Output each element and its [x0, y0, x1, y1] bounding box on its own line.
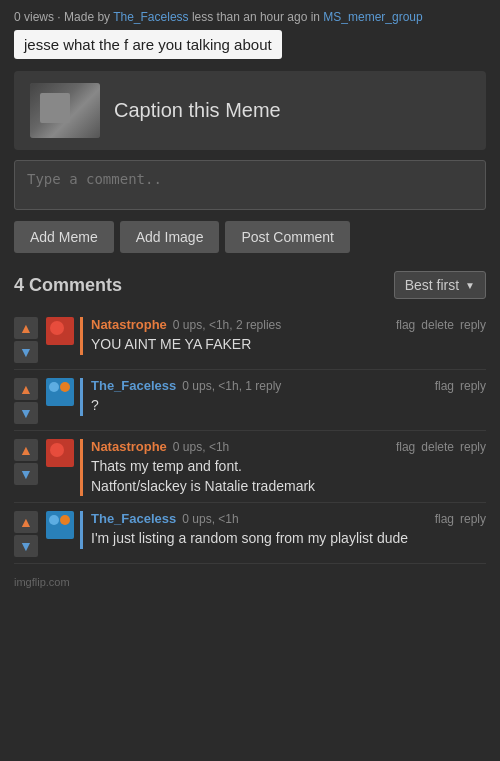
avatar [46, 378, 74, 406]
comment-author: The_Faceless [91, 378, 176, 393]
group-link[interactable]: MS_memer_group [323, 10, 422, 24]
comment-text: Thats my temp and font.Natfont/slackey i… [91, 457, 486, 496]
downvote-button[interactable]: ▼ [14, 341, 38, 363]
comment-stats: 0 ups, <1h, 1 reply [182, 379, 281, 393]
reply-link[interactable]: reply [460, 379, 486, 393]
table-row: ▲ ▼ The_Faceless 0 ups, <1h, 1 reply fla… [14, 372, 486, 431]
downvote-button[interactable]: ▼ [14, 463, 38, 485]
footer: imgflip.com [0, 566, 500, 598]
meme-preview[interactable]: Caption this Meme [14, 71, 486, 150]
comment-text: I'm just listing a random song from my p… [91, 529, 486, 549]
vote-column: ▲ ▼ [14, 511, 38, 557]
reply-link[interactable]: reply [460, 440, 486, 454]
upvote-button[interactable]: ▲ [14, 317, 38, 339]
vote-column: ▲ ▼ [14, 317, 38, 363]
time-text: less than an hour ago in [189, 10, 320, 24]
views-count: 0 views [14, 10, 54, 24]
separator: · [54, 10, 64, 24]
avatar-image [46, 378, 74, 406]
vote-column: ▲ ▼ [14, 439, 38, 485]
downvote-button[interactable]: ▼ [14, 535, 38, 557]
made-by-label: Made by [64, 10, 110, 24]
comment-input[interactable] [14, 160, 486, 210]
meta-line: 0 views · Made by The_Faceless less than… [14, 10, 486, 24]
comment-actions: flag reply [435, 512, 486, 526]
comment-actions: flag reply [435, 379, 486, 393]
reply-link[interactable]: reply [460, 512, 486, 526]
comment-body: Natastrophe 0 ups, <1h flag delete reply… [80, 439, 486, 496]
comments-section: 4 Comments Best first ▼ ▲ ▼ Natastrophe … [0, 271, 500, 564]
comment-text: YOU AINT ME YA FAKER [91, 335, 486, 355]
table-row: ▲ ▼ Natastrophe 0 ups, <1h, 2 replies fl… [14, 311, 486, 370]
avatar [46, 439, 74, 467]
comment-body: The_Faceless 0 ups, <1h flag reply I'm j… [80, 511, 486, 549]
comment-author: Natastrophe [91, 317, 167, 332]
table-row: ▲ ▼ The_Faceless 0 ups, <1h flag reply I… [14, 505, 486, 564]
meme-thumbnail [30, 83, 100, 138]
comment-body: Natastrophe 0 ups, <1h, 2 replies flag d… [80, 317, 486, 355]
downvote-button[interactable]: ▼ [14, 402, 38, 424]
comment-meta: The_Faceless 0 ups, <1h, 1 reply flag re… [91, 378, 486, 393]
comment-stats: 0 ups, <1h [182, 512, 238, 526]
sort-label: Best first [405, 277, 459, 293]
post-title: jesse what the f are you talking about [14, 30, 282, 59]
flag-link[interactable]: flag [435, 512, 454, 526]
avatar-image [46, 511, 74, 539]
comment-stats: 0 ups, <1h [173, 440, 229, 454]
add-meme-button[interactable]: Add Meme [14, 221, 114, 253]
vote-column: ▲ ▼ [14, 378, 38, 424]
upvote-button[interactable]: ▲ [14, 511, 38, 533]
delete-link[interactable]: delete [421, 440, 454, 454]
comment-stats: 0 ups, <1h, 2 replies [173, 318, 281, 332]
avatar-image [46, 439, 74, 467]
delete-link[interactable]: delete [421, 318, 454, 332]
avatar [46, 511, 74, 539]
comment-author: Natastrophe [91, 439, 167, 454]
caption-label[interactable]: Caption this Meme [114, 99, 281, 122]
chevron-down-icon: ▼ [465, 280, 475, 291]
comment-actions: flag delete reply [396, 440, 486, 454]
table-row: ▲ ▼ Natastrophe 0 ups, <1h flag delete r… [14, 433, 486, 503]
comments-header: 4 Comments Best first ▼ [14, 271, 486, 299]
top-section: 0 views · Made by The_Faceless less than… [0, 0, 500, 71]
avatar-image [46, 317, 74, 345]
avatar [46, 317, 74, 345]
comment-text: ? [91, 396, 486, 416]
add-image-button[interactable]: Add Image [120, 221, 220, 253]
sort-dropdown[interactable]: Best first ▼ [394, 271, 486, 299]
flag-link[interactable]: flag [396, 318, 415, 332]
reply-link[interactable]: reply [460, 318, 486, 332]
post-comment-button[interactable]: Post Comment [225, 221, 350, 253]
meme-thumbnail-image [30, 83, 100, 138]
comment-actions: flag delete reply [396, 318, 486, 332]
comments-count: 4 Comments [14, 275, 122, 296]
comment-input-section: Add Meme Add Image Post Comment [0, 160, 500, 271]
upvote-button[interactable]: ▲ [14, 378, 38, 400]
comment-meta: The_Faceless 0 ups, <1h flag reply [91, 511, 486, 526]
flag-link[interactable]: flag [435, 379, 454, 393]
comment-buttons: Add Meme Add Image Post Comment [14, 221, 486, 263]
author-link[interactable]: The_Faceless [113, 10, 188, 24]
comment-author: The_Faceless [91, 511, 176, 526]
comment-body: The_Faceless 0 ups, <1h, 1 reply flag re… [80, 378, 486, 416]
comment-meta: Natastrophe 0 ups, <1h flag delete reply [91, 439, 486, 454]
comment-meta: Natastrophe 0 ups, <1h, 2 replies flag d… [91, 317, 486, 332]
flag-link[interactable]: flag [396, 440, 415, 454]
upvote-button[interactable]: ▲ [14, 439, 38, 461]
